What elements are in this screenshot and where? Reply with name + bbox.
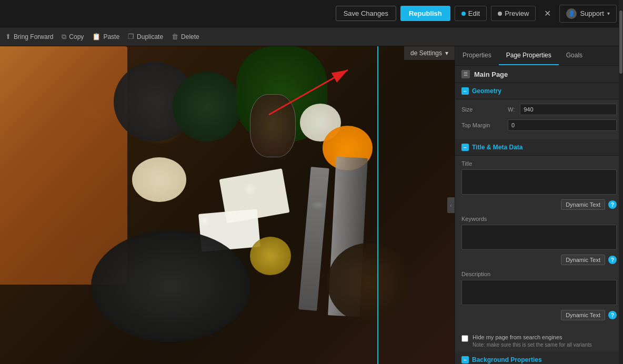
delete-button[interactable]: 🗑 Delete [172, 33, 199, 41]
bring-forward-icon: ⬆ [5, 33, 11, 41]
description-label: Description [461, 271, 490, 277]
geometry-collapse-icon: − [461, 87, 469, 95]
copy-button[interactable]: ⧉ Copy [62, 33, 84, 41]
secondary-toolbar: ⬆ Bring Forward ⧉ Copy 📋 Paste ❐ Duplica… [0, 27, 623, 46]
canvas-area: de Settings ▾ [0, 46, 455, 364]
keywords-label-row: Keywords [461, 215, 617, 223]
svg-line-1 [269, 70, 348, 115]
canvas-settings-label: de Settings [410, 49, 442, 57]
background-section-header[interactable]: − Background Properties [455, 352, 623, 364]
hide-from-search-row: Hide my page from search engines Note: m… [455, 330, 623, 352]
arrow-annotation [264, 62, 369, 127]
duplicate-button[interactable]: ❐ Duplicate [128, 33, 163, 41]
preview-dot-icon [498, 12, 502, 16]
copy-icon: ⧉ [62, 33, 66, 41]
size-row: Size W: [461, 104, 617, 115]
title-field-label-row: Title [461, 160, 617, 167]
paste-button[interactable]: 📋 Paste [92, 33, 119, 41]
support-button[interactable]: 👤 Support ▾ [559, 5, 617, 23]
delete-icon: 🗑 [172, 33, 178, 41]
cast-iron-pan [91, 230, 250, 341]
top-margin-label: Top Margin [461, 122, 504, 128]
title-meta-title: Title & Meta Data [472, 144, 522, 151]
title-dynamic-row: Dynamic Text ? [461, 199, 617, 210]
top-margin-input[interactable] [508, 119, 617, 131]
panel-title-bar: ☰ Main Page [455, 66, 623, 83]
keywords-dynamic-row: Dynamic Text ? [461, 255, 617, 265]
scrollbar-thumb[interactable] [619, 46, 622, 74]
main-layout: de Settings ▾ [0, 46, 623, 364]
title-help-icon[interactable]: ? [608, 200, 617, 209]
keywords-label: Keywords [461, 216, 487, 222]
size-label: Size [461, 106, 504, 113]
tab-goals[interactable]: Goals [559, 46, 590, 65]
oil-bowl [250, 237, 291, 275]
keywords-textarea[interactable] [461, 225, 617, 250]
bring-forward-button[interactable]: ⬆ Bring Forward [5, 33, 53, 41]
spice-bowl [132, 157, 187, 202]
scrollbar-track [619, 46, 623, 364]
geometry-section-header[interactable]: − Geometry [455, 83, 623, 99]
keywords-dynamic-text-button[interactable]: Dynamic Text [561, 255, 605, 265]
chevron-down-icon: ▾ [607, 11, 610, 16]
panel-collapse-handle[interactable]: ‹ [447, 197, 455, 213]
edit-button[interactable]: Edit [455, 6, 487, 21]
description-dynamic-row: Dynamic Text ? [461, 310, 617, 320]
top-toolbar: Save Changes Republish Edit Preview ✕ 👤 … [0, 0, 623, 27]
top-margin-row: Top Margin [461, 119, 617, 131]
canvas-settings-bar: de Settings ▾ [404, 46, 455, 60]
panel-tabs: Properties Page Properties Goals [455, 46, 623, 66]
title-field-label: Title [461, 160, 472, 167]
description-textarea[interactable] [461, 280, 617, 305]
food-background [0, 46, 455, 364]
dark-bowl [327, 243, 409, 322]
title-textarea-wrap [461, 169, 617, 196]
canvas-image: ‹ [0, 46, 455, 364]
support-icon: 👤 [566, 8, 577, 19]
title-dynamic-text-button[interactable]: Dynamic Text [561, 199, 605, 210]
title-meta-section-header[interactable]: − Title & Meta Data [455, 139, 623, 156]
knife [298, 167, 329, 311]
description-textarea-wrap [461, 280, 617, 307]
page-icon: ☰ [461, 70, 470, 78]
keywords-help-icon[interactable]: ? [608, 256, 617, 264]
geometry-title: Geometry [472, 87, 501, 95]
hide-from-search-text: Hide my page from search engines Note: m… [473, 334, 592, 348]
mortar-2 [173, 72, 241, 141]
keywords-textarea-wrap [461, 225, 617, 251]
preview-button[interactable]: Preview [491, 6, 536, 21]
cutting-board [0, 46, 127, 285]
background-collapse-icon: − [461, 356, 469, 363]
description-label-row: Description [461, 270, 617, 278]
tab-properties[interactable]: Properties [455, 46, 499, 65]
geometry-body: Size W: Top Margin [455, 99, 623, 139]
panel-content: ☰ Main Page − Geometry Size W: Top Margi… [455, 66, 623, 364]
arrow-svg [264, 62, 369, 125]
republish-button[interactable]: Republish [400, 6, 450, 21]
description-dynamic-text-button[interactable]: Dynamic Text [561, 310, 605, 320]
hide-from-search-checkbox[interactable] [461, 335, 468, 342]
paste-icon: 📋 [92, 33, 101, 41]
edit-dot-icon [461, 12, 466, 16]
canvas-settings-chevron: ▾ [445, 49, 448, 57]
duplicate-icon: ❐ [128, 33, 134, 41]
size-w-prefix: W: [508, 106, 515, 113]
close-button[interactable]: ✕ [540, 6, 555, 21]
title-meta-body: Title Dynamic Text ? Keywords Dynamic [455, 156, 623, 330]
title-meta-collapse-icon: − [461, 144, 469, 151]
right-panel: Properties Page Properties Goals ☰ Main … [455, 46, 623, 364]
size-width-input[interactable] [520, 104, 617, 115]
title-textarea[interactable] [461, 169, 617, 195]
panel-title: Main Page [474, 70, 508, 78]
tab-page-properties[interactable]: Page Properties [499, 46, 559, 65]
save-button[interactable]: Save Changes [336, 6, 396, 21]
background-title: Background Properties [472, 356, 542, 363]
guide-line [377, 46, 378, 364]
description-help-icon[interactable]: ? [608, 311, 617, 319]
